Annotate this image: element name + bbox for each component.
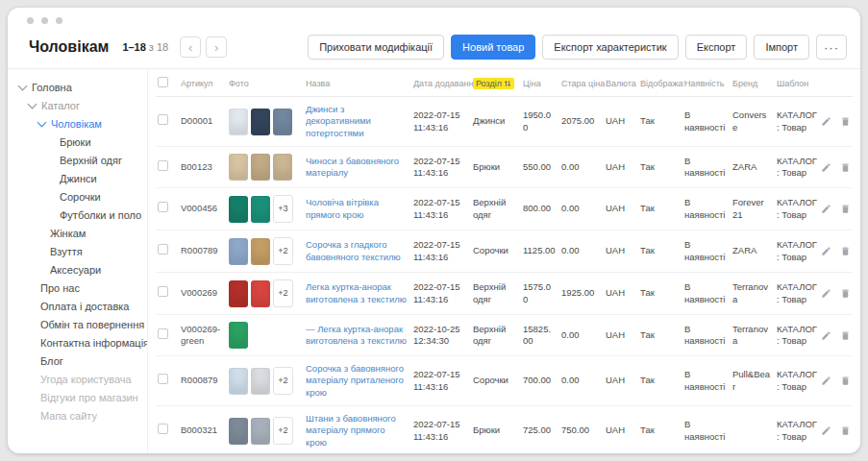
row-checkbox[interactable]: [158, 374, 168, 384]
more-actions-button[interactable]: ···: [816, 35, 847, 60]
trash-icon[interactable]: [840, 162, 851, 173]
sidebar-item[interactable]: Аксесуари: [19, 260, 147, 279]
sidebar-item[interactable]: Головна: [19, 78, 147, 96]
trash-icon[interactable]: [840, 425, 851, 436]
window-control-dot[interactable]: [27, 17, 34, 24]
product-photo[interactable]: [251, 154, 270, 181]
product-name-link[interactable]: Сорочка з гладкого бавовняного текстилю: [306, 239, 401, 261]
row-checkbox[interactable]: [158, 160, 168, 171]
sidebar-item[interactable]: Верхній одяг: [19, 151, 147, 169]
product-photo[interactable]: [229, 280, 248, 307]
sidebar-item[interactable]: Контактна інформація: [19, 333, 147, 352]
window-control-dot[interactable]: [41, 17, 48, 24]
currency-cell: UAH: [606, 115, 640, 127]
sidebar-item[interactable]: Обмін та повернення: [19, 315, 147, 333]
product-name-link[interactable]: Джинси з декоративними потертостями: [306, 104, 371, 138]
row-checkbox[interactable]: [158, 244, 168, 255]
product-name-link[interactable]: Чиноси з бавовняного матеріалу: [306, 156, 399, 178]
edit-icon[interactable]: [821, 204, 831, 214]
product-name-link[interactable]: Легка куртка-анорак виготовлена з тексти…: [306, 281, 407, 303]
trash-icon[interactable]: [840, 246, 851, 256]
sidebar-item[interactable]: Жінкам: [19, 224, 147, 242]
photo-count-badge[interactable]: +2: [273, 417, 293, 445]
photo-count-badge[interactable]: +2: [273, 367, 293, 395]
trash-icon[interactable]: [840, 288, 851, 299]
window-control-dot[interactable]: [56, 17, 62, 24]
edit-icon[interactable]: [821, 330, 831, 341]
product-photo[interactable]: [273, 154, 292, 181]
product-photo[interactable]: [229, 238, 248, 265]
sidebar-item[interactable]: Блог: [19, 352, 147, 370]
edit-icon[interactable]: [821, 162, 831, 173]
product-photo[interactable]: [229, 418, 248, 445]
select-all-checkbox[interactable]: [158, 77, 168, 87]
product-photo[interactable]: [229, 322, 248, 349]
column-header-price[interactable]: Ціна: [523, 79, 561, 88]
column-header-currency[interactable]: Валюта: [606, 79, 640, 88]
product-photo[interactable]: [251, 238, 270, 265]
product-photo[interactable]: [273, 109, 292, 135]
export-button[interactable]: Експорт: [685, 35, 748, 60]
trash-icon[interactable]: [840, 116, 851, 127]
trash-icon[interactable]: [840, 330, 851, 341]
sidebar-item[interactable]: Оплата і доставка: [19, 297, 147, 315]
product-name-link[interactable]: Штани з бавовняного матеріалу прямого кр…: [306, 413, 396, 448]
product-photo[interactable]: [251, 196, 270, 223]
sidebar-item[interactable]: Каталог: [19, 96, 147, 114]
sidebar-item[interactable]: Джинси: [19, 169, 147, 187]
row-checkbox[interactable]: [158, 202, 168, 212]
product-photo[interactable]: [229, 154, 248, 181]
edit-icon[interactable]: [821, 288, 831, 299]
product-photo[interactable]: [251, 109, 270, 135]
hide-modifications-button[interactable]: Приховати модифікації: [308, 35, 444, 60]
sidebar-item[interactable]: Взуття: [19, 242, 147, 260]
column-header-brand[interactable]: Бренд: [732, 79, 777, 88]
prev-page-button[interactable]: ‹: [180, 36, 201, 58]
column-header-sku[interactable]: Артикул: [181, 79, 229, 88]
sidebar-item[interactable]: Про нас: [19, 279, 147, 297]
sidebar-item[interactable]: Сорочки: [19, 187, 147, 206]
new-product-button[interactable]: Новий товар: [451, 35, 535, 60]
sort-icon[interactable]: [504, 80, 511, 87]
sidebar-item[interactable]: Брюки: [19, 133, 147, 151]
edit-icon[interactable]: [821, 246, 831, 256]
photo-count-badge[interactable]: +2: [273, 279, 293, 307]
row-checkbox[interactable]: [158, 328, 168, 339]
product-photo[interactable]: [229, 368, 248, 395]
column-header-photo[interactable]: Фото: [229, 79, 306, 88]
column-header-date[interactable]: Дата додавання: [413, 79, 473, 88]
sidebar-item[interactable]: Чоловікам: [19, 114, 147, 133]
product-photo[interactable]: [251, 368, 270, 395]
row-checkbox[interactable]: [158, 286, 168, 297]
trash-icon[interactable]: [840, 204, 851, 214]
export-characteristics-button[interactable]: Експорт характеристик: [542, 35, 678, 60]
edit-icon[interactable]: [821, 116, 831, 127]
product-photo[interactable]: [251, 418, 270, 445]
product-photo[interactable]: [229, 196, 248, 223]
photo-count-badge[interactable]: +2: [273, 237, 293, 265]
product-name-link[interactable]: — Легка куртка-анорак виготовлена з текс…: [306, 324, 407, 346]
product-name-link[interactable]: Чоловіча вітрівка прямого крою: [306, 197, 379, 219]
sidebar-item[interactable]: Мапа сайту: [19, 406, 147, 425]
sku-cell: V000269-green: [181, 324, 229, 348]
product-name-link[interactable]: Сорочка з бавовняного матеріалу притален…: [306, 363, 404, 398]
column-header-section[interactable]: Розділ: [473, 78, 523, 89]
trash-icon[interactable]: [840, 376, 851, 386]
sidebar-item[interactable]: Футболки и поло: [19, 206, 147, 224]
edit-icon[interactable]: [821, 425, 831, 436]
column-header-availability[interactable]: Наявність: [684, 79, 732, 88]
product-photo[interactable]: [229, 109, 248, 135]
column-header-template[interactable]: Шаблон: [777, 79, 825, 88]
next-page-button[interactable]: ›: [206, 36, 227, 58]
sidebar-item[interactable]: Відгуки про магазин: [19, 388, 147, 406]
sidebar-item[interactable]: Угода користувача: [19, 370, 147, 388]
column-header-old-price[interactable]: Стара ціна: [561, 79, 606, 88]
column-header-name[interactable]: Назва: [306, 79, 413, 88]
edit-icon[interactable]: [821, 376, 831, 386]
import-button[interactable]: Імпорт: [754, 35, 809, 60]
product-photo[interactable]: [251, 280, 270, 307]
row-checkbox[interactable]: [158, 114, 168, 125]
row-checkbox[interactable]: [158, 424, 168, 434]
photo-count-badge[interactable]: +3: [273, 195, 293, 223]
column-header-display[interactable]: Відображати: [640, 79, 684, 88]
